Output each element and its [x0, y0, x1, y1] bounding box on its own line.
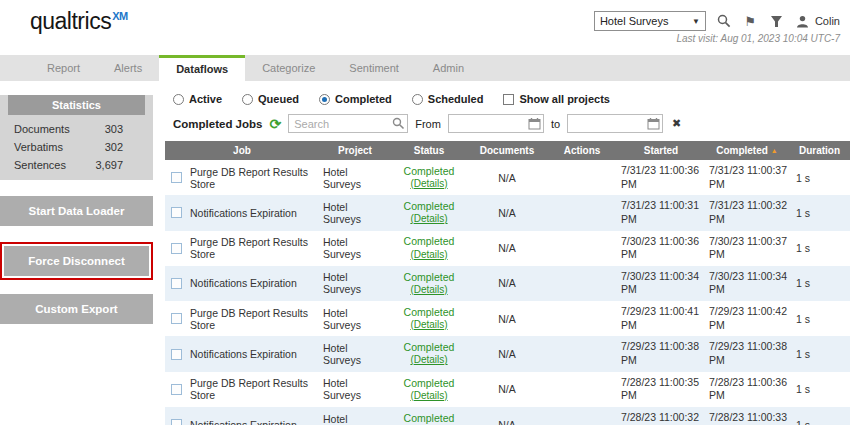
project-name: Hotel Surveys: [319, 231, 391, 266]
job-name: Purge DB Report Results Store: [190, 166, 315, 190]
details-link[interactable]: (Details): [395, 319, 463, 332]
column-header-documents[interactable]: Documents: [467, 141, 547, 160]
from-label: From: [415, 118, 441, 130]
top-bar-controls: Hotel Surveys ▼ ⚑ Colin: [594, 11, 840, 31]
details-link[interactable]: (Details): [395, 213, 463, 226]
column-header-job[interactable]: Job: [165, 141, 319, 160]
completed-cell: 7/30/23 11:00:37PM: [705, 231, 789, 266]
tab-categorize[interactable]: Categorize: [245, 55, 332, 81]
custom-export-button[interactable]: Custom Export: [0, 294, 153, 324]
status-label: Completed: [395, 235, 463, 248]
row-checkbox[interactable]: [171, 172, 182, 183]
radio-icon[interactable]: [412, 94, 423, 105]
job-name: Purge DB Report Results Store: [190, 377, 315, 401]
search-icon[interactable]: [392, 117, 405, 132]
column-header-started[interactable]: Started: [617, 141, 705, 160]
column-header-project[interactable]: Project: [319, 141, 391, 160]
duration-cell: 1 s: [789, 336, 850, 371]
documents-cell: N/A: [467, 301, 547, 336]
highlight-annotation: Force Disconnect: [0, 242, 153, 280]
table-header-row: Job Project Status Documents Actions Sta…: [165, 141, 850, 160]
table-row: Notifications Expiration Hotel Surveys C…: [165, 195, 850, 230]
column-header-duration[interactable]: Duration: [789, 141, 850, 160]
user-icon[interactable]: [795, 14, 810, 29]
row-checkbox[interactable]: [171, 384, 182, 395]
flag-icon[interactable]: ⚑: [743, 14, 758, 29]
column-header-completed[interactable]: Completed▲: [705, 141, 789, 160]
radio-icon[interactable]: [242, 94, 253, 105]
table-row: Notifications Expiration Hotel Surveys C…: [165, 407, 850, 425]
checkbox-icon[interactable]: [503, 94, 514, 105]
details-link[interactable]: (Details): [395, 284, 463, 297]
search-field-wrap: [288, 114, 408, 133]
duration-cell: 1 s: [789, 372, 850, 407]
started-cell: 7/30/23 11:00:36PM: [617, 231, 705, 266]
project-selector[interactable]: Hotel Surveys ▼: [594, 11, 706, 31]
completed-cell: 7/31/23 11:00:32PM: [705, 195, 789, 230]
username-label[interactable]: Colin: [815, 15, 840, 27]
details-link[interactable]: (Details): [395, 249, 463, 262]
tab-report[interactable]: Report: [30, 55, 97, 81]
row-checkbox[interactable]: [171, 278, 182, 289]
details-link[interactable]: (Details): [395, 354, 463, 367]
radio-icon[interactable]: [173, 94, 184, 105]
refresh-icon[interactable]: ⟳: [269, 117, 281, 131]
table-row: Purge DB Report Results Store Hotel Surv…: [165, 231, 850, 266]
main-tab-bar: Report Alerts Dataflows Categorize Senti…: [0, 55, 850, 81]
radio-queued[interactable]: Queued: [242, 93, 299, 105]
details-link[interactable]: (Details): [395, 390, 463, 403]
duration-cell: 1 s: [789, 231, 850, 266]
started-cell: 7/28/23 11:00:32PM: [617, 407, 705, 425]
search-input[interactable]: [288, 114, 408, 133]
radio-active[interactable]: Active: [173, 93, 222, 105]
actions-cell: [547, 372, 617, 407]
actions-cell: [547, 266, 617, 301]
project-selector-value: Hotel Surveys: [600, 15, 668, 27]
force-disconnect-button[interactable]: Force Disconnect: [4, 246, 149, 276]
start-data-loader-button[interactable]: Start Data Loader: [0, 196, 153, 226]
calendar-icon[interactable]: [647, 117, 660, 132]
radio-completed[interactable]: Completed: [319, 93, 392, 105]
tab-dataflows[interactable]: Dataflows: [159, 55, 245, 81]
job-name: Notifications Expiration: [190, 277, 297, 289]
row-checkbox[interactable]: [171, 313, 182, 324]
calendar-icon[interactable]: [528, 117, 541, 132]
search-icon[interactable]: [717, 14, 732, 29]
status-label: Completed: [395, 306, 463, 319]
stat-verbatims: Verbatims 302: [0, 138, 153, 156]
stat-sentences: Sentences 3,697: [0, 156, 153, 174]
radio-icon[interactable]: [319, 94, 330, 105]
dataflows-main: Active Queued Completed Scheduled Show a…: [153, 81, 850, 425]
project-name: Hotel Surveys: [319, 336, 391, 371]
completed-cell: 7/29/23 11:00:42PM: [705, 301, 789, 336]
radio-scheduled[interactable]: Scheduled: [412, 93, 484, 105]
actions-cell: [547, 301, 617, 336]
duration-cell: 1 s: [789, 301, 850, 336]
row-checkbox[interactable]: [171, 243, 182, 254]
started-cell: 7/29/23 11:00:41PM: [617, 301, 705, 336]
started-cell: 7/28/23 11:00:35PM: [617, 372, 705, 407]
documents-cell: N/A: [467, 195, 547, 230]
completed-jobs-toolbar: Completed Jobs ⟳ From to: [165, 114, 850, 141]
details-link[interactable]: (Details): [395, 178, 463, 191]
jobs-table-body: Purge DB Report Results Store Hotel Surv…: [165, 160, 850, 425]
column-header-status[interactable]: Status: [391, 141, 467, 160]
tab-admin[interactable]: Admin: [416, 55, 481, 81]
filter-icon[interactable]: [769, 14, 784, 29]
sort-indicator-icon: ▲: [771, 147, 778, 154]
clear-dates-icon[interactable]: ✖: [672, 117, 681, 130]
actions-cell: [547, 407, 617, 425]
row-checkbox[interactable]: [171, 419, 182, 425]
column-header-actions[interactable]: Actions: [547, 141, 617, 160]
row-checkbox[interactable]: [171, 207, 182, 218]
row-checkbox[interactable]: [171, 349, 182, 360]
stat-value: 303: [105, 123, 123, 135]
stat-documents: Documents 303: [0, 120, 153, 138]
show-all-projects-checkbox[interactable]: Show all projects: [503, 93, 609, 105]
tab-alerts[interactable]: Alerts: [97, 55, 159, 81]
logo-text: qualtrics: [30, 8, 111, 34]
tab-sentiment[interactable]: Sentiment: [332, 55, 416, 81]
documents-cell: N/A: [467, 266, 547, 301]
job-name: Purge DB Report Results Store: [190, 307, 315, 331]
jobs-table: Job Project Status Documents Actions Sta…: [165, 141, 850, 425]
